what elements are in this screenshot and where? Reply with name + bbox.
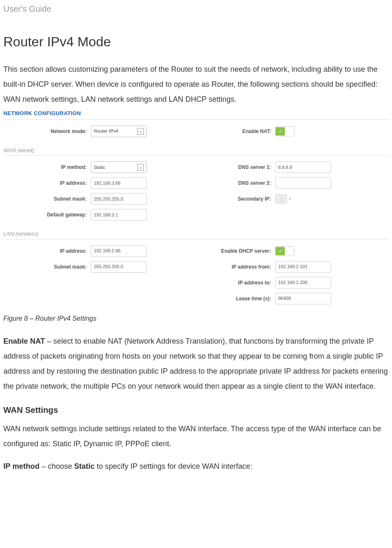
page-header: User's Guide (3, 3, 389, 15)
secondary-ip-label: Secondary IP: (196, 195, 275, 203)
lan-ip-address-label: IP address: (3, 247, 91, 255)
lan-group-header: LAN (wireless) (3, 230, 389, 238)
nat-bold: Enable NAT (3, 337, 45, 345)
ipmethod-tail: to specify IP settings for device WAN in… (95, 462, 252, 470)
network-mode-label: Network mode: (3, 128, 91, 135)
chevron-down-icon: ⌄ (137, 164, 144, 171)
nat-paragraph: Enable NAT – select to enable NAT (Netwo… (3, 334, 389, 394)
figure-title: NETWORK CONFIGURATION (3, 109, 389, 118)
divider (3, 155, 389, 156)
enable-dhcp-toggle[interactable]: ✓ (275, 246, 294, 256)
network-mode-value: Router IPv4 (94, 128, 118, 135)
enable-nat-label: Enable NAT: (196, 128, 275, 135)
default-gateway-label: Default gateway: (3, 211, 91, 219)
figure-caption: Figure 8 – Router IPv4 Settings (3, 314, 389, 324)
check-icon: ✓ (276, 127, 285, 136)
lease-label: Lease time (s): (196, 295, 275, 302)
lan-ip-address-input[interactable]: 192.168.2.66 (91, 245, 147, 257)
ipmethod-bold2: Static (74, 462, 95, 470)
ip-method-select[interactable]: Static ⌄ (91, 161, 147, 173)
ip-to-label: IP address to: (196, 279, 275, 287)
wan-settings-heading: WAN Settings (3, 404, 389, 416)
close-icon: × (289, 196, 291, 203)
dns2-label: DNS server 2: (196, 179, 275, 187)
ip-method-value: Static (94, 164, 106, 171)
check-icon: ✓ (276, 247, 285, 255)
ip-from-input[interactable]: 192.168.2.101 (275, 261, 331, 273)
subnet-mask-label: Subnet mask: (3, 195, 91, 203)
default-gateway-input[interactable]: 192.168.3.1 (91, 209, 147, 221)
ip-method-paragraph: IP method – choose Static to specify IP … (3, 459, 389, 474)
subnet-mask-input[interactable]: 255.255.255.0 (91, 193, 147, 205)
dns1-label: DNS server 1: (196, 163, 275, 171)
dns2-input[interactable] (275, 177, 331, 189)
ip-to-input[interactable]: 192.168.2.200 (275, 277, 331, 289)
ip-from-label: IP address from: (196, 263, 275, 271)
ip-address-label: IP address: (3, 179, 91, 187)
enable-dhcp-label: Enable DHCP server: (196, 247, 275, 255)
wan-paragraph: WAN network settings include settings re… (3, 421, 389, 451)
ipmethod-mid: – choose (40, 462, 74, 470)
lan-subnet-mask-label: Subnet mask: (3, 263, 91, 271)
chevron-down-icon: ⌄ (137, 128, 144, 135)
dns1-input[interactable]: 8.8.8.8 (275, 161, 331, 173)
enable-nat-toggle[interactable]: ✓ (275, 126, 294, 136)
ip-address-input[interactable]: 192.168.3.66 (91, 177, 147, 189)
network-mode-select[interactable]: Router IPv4 ⌄ (91, 126, 147, 137)
wan-group-header: WAN (wired) (3, 146, 389, 155)
ipmethod-bold: IP method (3, 462, 40, 470)
lease-input[interactable]: 86400 (275, 293, 331, 304)
divider (3, 119, 389, 120)
divider (3, 239, 389, 239)
section-title: Router IPv4 Mode (3, 32, 389, 52)
secondary-ip-toggle[interactable]: ▢ (275, 194, 287, 204)
nat-text: – select to enable NAT (Network Address … (3, 337, 388, 390)
figure-network-config: NETWORK CONFIGURATION Network mode: Rout… (3, 109, 389, 309)
intro-paragraph: This section allows customizing paramete… (3, 62, 389, 107)
ip-method-label: IP method: (3, 163, 91, 171)
lan-subnet-mask-input[interactable]: 255.255.255.0 (91, 261, 147, 273)
